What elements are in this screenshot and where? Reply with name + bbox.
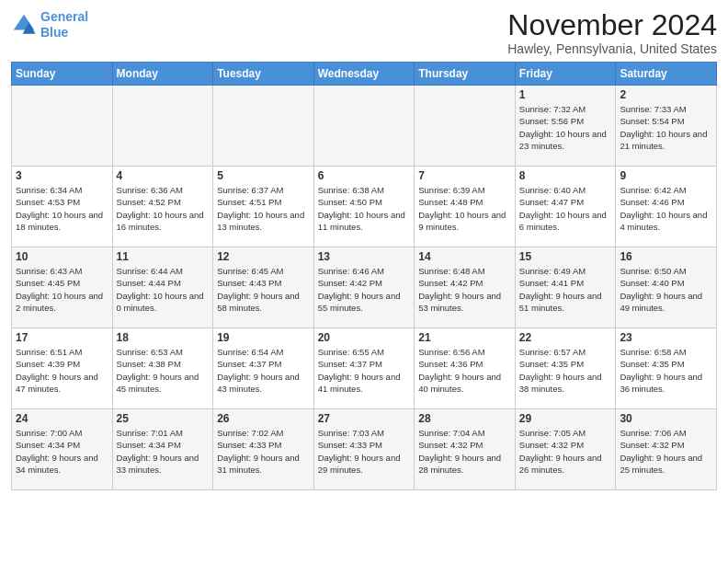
day-info: Sunrise: 6:49 AM Sunset: 4:41 PM Dayligh…	[519, 265, 612, 314]
week-row-4: 17Sunrise: 6:51 AM Sunset: 4:39 PM Dayli…	[12, 328, 717, 409]
day-info: Sunrise: 7:04 AM Sunset: 4:32 PM Dayligh…	[418, 427, 511, 476]
day-number: 6	[318, 169, 411, 182]
day-cell: 21Sunrise: 6:56 AM Sunset: 4:36 PM Dayli…	[415, 328, 516, 409]
day-info: Sunrise: 7:00 AM Sunset: 4:34 PM Dayligh…	[16, 427, 108, 476]
day-cell: 8Sunrise: 6:40 AM Sunset: 4:47 PM Daylig…	[515, 167, 616, 247]
day-info: Sunrise: 6:57 AM Sunset: 4:35 PM Dayligh…	[519, 346, 612, 395]
day-cell: 5Sunrise: 6:37 AM Sunset: 4:51 PM Daylig…	[213, 167, 314, 247]
day-of-week-tuesday: Tuesday	[213, 63, 314, 86]
day-number: 20	[318, 331, 411, 344]
day-info: Sunrise: 6:38 AM Sunset: 4:50 PM Dayligh…	[318, 184, 411, 233]
day-cell: 1Sunrise: 7:32 AM Sunset: 5:56 PM Daylig…	[515, 86, 616, 167]
day-cell: 14Sunrise: 6:48 AM Sunset: 4:42 PM Dayli…	[415, 247, 516, 328]
day-info: Sunrise: 7:05 AM Sunset: 4:32 PM Dayligh…	[519, 427, 612, 476]
logo-icon	[11, 12, 37, 38]
calendar-table: SundayMondayTuesdayWednesdayThursdayFrid…	[11, 62, 717, 490]
day-cell: 19Sunrise: 6:54 AM Sunset: 4:37 PM Dayli…	[213, 328, 314, 409]
day-number: 12	[217, 250, 310, 263]
day-cell: 23Sunrise: 6:58 AM Sunset: 4:35 PM Dayli…	[616, 328, 717, 409]
page-container: General Blue November 2024 Hawley, Penns…	[0, 0, 728, 496]
day-cell: 9Sunrise: 6:42 AM Sunset: 4:46 PM Daylig…	[616, 167, 717, 247]
day-number: 11	[117, 250, 210, 263]
day-of-week-saturday: Saturday	[616, 63, 717, 86]
day-number: 24	[16, 412, 108, 425]
day-number: 4	[117, 169, 210, 182]
day-number: 10	[16, 250, 108, 263]
day-number: 14	[418, 250, 511, 263]
day-info: Sunrise: 6:37 AM Sunset: 4:51 PM Dayligh…	[217, 184, 310, 233]
page-header: General Blue November 2024 Hawley, Penns…	[11, 9, 717, 56]
day-number: 2	[620, 88, 712, 101]
day-info: Sunrise: 6:45 AM Sunset: 4:43 PM Dayligh…	[217, 265, 310, 314]
day-cell	[213, 86, 314, 167]
day-number: 16	[620, 250, 712, 263]
day-info: Sunrise: 6:39 AM Sunset: 4:48 PM Dayligh…	[418, 184, 511, 233]
day-cell: 3Sunrise: 6:34 AM Sunset: 4:53 PM Daylig…	[12, 167, 113, 247]
day-of-week-monday: Monday	[112, 63, 213, 86]
day-cell	[313, 86, 415, 167]
day-cell: 2Sunrise: 7:33 AM Sunset: 5:54 PM Daylig…	[616, 86, 717, 167]
month-title: November 2024	[507, 9, 717, 41]
day-info: Sunrise: 6:43 AM Sunset: 4:45 PM Dayligh…	[16, 265, 108, 314]
day-info: Sunrise: 6:56 AM Sunset: 4:36 PM Dayligh…	[418, 346, 511, 395]
day-cell: 17Sunrise: 6:51 AM Sunset: 4:39 PM Dayli…	[12, 328, 113, 409]
day-info: Sunrise: 6:58 AM Sunset: 4:35 PM Dayligh…	[620, 346, 712, 395]
day-of-week-thursday: Thursday	[415, 63, 516, 86]
day-number: 15	[519, 250, 612, 263]
day-cell: 4Sunrise: 6:36 AM Sunset: 4:52 PM Daylig…	[112, 167, 213, 247]
day-info: Sunrise: 6:34 AM Sunset: 4:53 PM Dayligh…	[16, 184, 108, 233]
day-cell: 30Sunrise: 7:06 AM Sunset: 4:32 PM Dayli…	[616, 409, 717, 490]
day-info: Sunrise: 7:02 AM Sunset: 4:33 PM Dayligh…	[217, 427, 310, 476]
day-number: 5	[217, 169, 310, 182]
day-cell: 27Sunrise: 7:03 AM Sunset: 4:33 PM Dayli…	[313, 409, 415, 490]
day-number: 7	[418, 169, 511, 182]
day-info: Sunrise: 6:51 AM Sunset: 4:39 PM Dayligh…	[16, 346, 108, 395]
day-number: 25	[117, 412, 210, 425]
day-cell: 6Sunrise: 6:38 AM Sunset: 4:50 PM Daylig…	[313, 167, 415, 247]
day-info: Sunrise: 6:50 AM Sunset: 4:40 PM Dayligh…	[620, 265, 712, 314]
logo: General Blue	[11, 9, 88, 40]
day-number: 23	[620, 331, 712, 344]
day-number: 1	[519, 88, 612, 101]
day-of-week-wednesday: Wednesday	[313, 63, 415, 86]
calendar-header-row: SundayMondayTuesdayWednesdayThursdayFrid…	[12, 63, 717, 86]
day-number: 30	[620, 412, 712, 425]
day-info: Sunrise: 6:48 AM Sunset: 4:42 PM Dayligh…	[418, 265, 511, 314]
day-cell: 26Sunrise: 7:02 AM Sunset: 4:33 PM Dayli…	[213, 409, 314, 490]
week-row-5: 24Sunrise: 7:00 AM Sunset: 4:34 PM Dayli…	[12, 409, 717, 490]
day-cell: 12Sunrise: 6:45 AM Sunset: 4:43 PM Dayli…	[213, 247, 314, 328]
day-cell: 15Sunrise: 6:49 AM Sunset: 4:41 PM Dayli…	[515, 247, 616, 328]
week-row-3: 10Sunrise: 6:43 AM Sunset: 4:45 PM Dayli…	[12, 247, 717, 328]
day-info: Sunrise: 7:32 AM Sunset: 5:56 PM Dayligh…	[519, 103, 612, 152]
day-cell: 18Sunrise: 6:53 AM Sunset: 4:38 PM Dayli…	[112, 328, 213, 409]
day-info: Sunrise: 6:53 AM Sunset: 4:38 PM Dayligh…	[117, 346, 210, 395]
day-info: Sunrise: 6:55 AM Sunset: 4:37 PM Dayligh…	[318, 346, 411, 395]
day-number: 13	[318, 250, 411, 263]
day-info: Sunrise: 6:54 AM Sunset: 4:37 PM Dayligh…	[217, 346, 310, 395]
day-cell: 11Sunrise: 6:44 AM Sunset: 4:44 PM Dayli…	[112, 247, 213, 328]
day-cell: 29Sunrise: 7:05 AM Sunset: 4:32 PM Dayli…	[515, 409, 616, 490]
day-info: Sunrise: 6:42 AM Sunset: 4:46 PM Dayligh…	[620, 184, 712, 233]
day-cell	[12, 86, 113, 167]
day-cell	[415, 86, 516, 167]
day-number: 17	[16, 331, 108, 344]
day-number: 28	[418, 412, 511, 425]
day-number: 3	[16, 169, 108, 182]
day-info: Sunrise: 7:01 AM Sunset: 4:34 PM Dayligh…	[117, 427, 210, 476]
day-cell	[112, 86, 213, 167]
day-cell: 22Sunrise: 6:57 AM Sunset: 4:35 PM Dayli…	[515, 328, 616, 409]
day-info: Sunrise: 7:06 AM Sunset: 4:32 PM Dayligh…	[620, 427, 712, 476]
day-number: 21	[418, 331, 511, 344]
week-row-1: 1Sunrise: 7:32 AM Sunset: 5:56 PM Daylig…	[12, 86, 717, 167]
day-of-week-friday: Friday	[515, 63, 616, 86]
title-block: November 2024 Hawley, Pennsylvania, Unit…	[507, 9, 717, 56]
day-number: 29	[519, 412, 612, 425]
day-number: 8	[519, 169, 612, 182]
day-cell: 25Sunrise: 7:01 AM Sunset: 4:34 PM Dayli…	[112, 409, 213, 490]
day-cell: 28Sunrise: 7:04 AM Sunset: 4:32 PM Dayli…	[415, 409, 516, 490]
day-number: 18	[117, 331, 210, 344]
day-cell: 7Sunrise: 6:39 AM Sunset: 4:48 PM Daylig…	[415, 167, 516, 247]
day-cell: 10Sunrise: 6:43 AM Sunset: 4:45 PM Dayli…	[12, 247, 113, 328]
day-number: 27	[318, 412, 411, 425]
day-info: Sunrise: 6:46 AM Sunset: 4:42 PM Dayligh…	[318, 265, 411, 314]
